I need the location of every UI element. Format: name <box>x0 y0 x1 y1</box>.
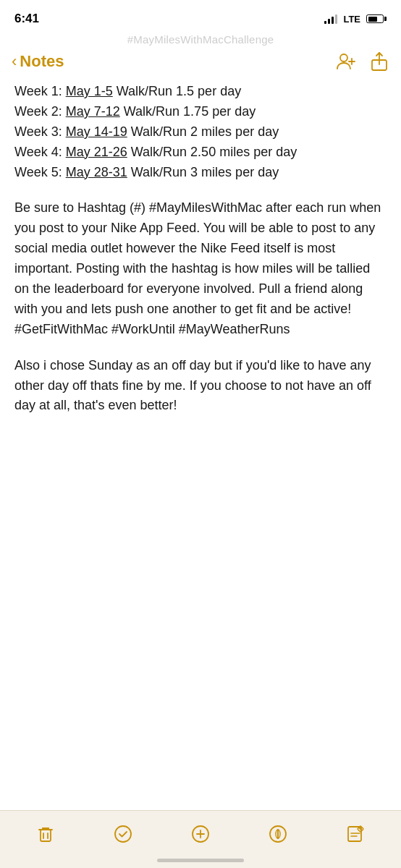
svg-point-8 <box>115 826 131 842</box>
svg-rect-15 <box>348 827 361 841</box>
off-day-paragraph: Also i chose Sunday as an off day but if… <box>14 356 387 417</box>
status-bar: 6:41 LTE <box>0 0 401 32</box>
home-indicator <box>157 859 244 862</box>
edit-note-button[interactable] <box>345 824 366 844</box>
share-icon <box>369 51 389 72</box>
pen-circle-icon <box>268 824 288 844</box>
week-4: Week 4: May 21-26 Walk/Run 2.50 miles pe… <box>14 142 387 163</box>
lte-label: LTE <box>343 14 360 25</box>
back-chevron-icon: ‹ <box>12 54 17 69</box>
status-time: 6:41 <box>14 12 39 26</box>
edit-note-icon <box>345 824 366 844</box>
add-button[interactable] <box>190 824 211 844</box>
week-3: Week 3: May 14-19 Walk/Run 2 miles per d… <box>14 122 387 142</box>
nav-actions <box>336 51 389 72</box>
watermark-text: #MayMilesWithMacChallenge <box>0 32 401 48</box>
status-icons: LTE <box>324 14 387 25</box>
back-button[interactable]: ‹ Notes <box>12 52 64 71</box>
trash-icon <box>35 824 56 844</box>
delete-button[interactable] <box>35 824 56 844</box>
svg-point-0 <box>340 54 347 61</box>
note-content: Week 1: May 1-5 Walk/Run 1.5 per day Wee… <box>0 77 401 481</box>
check-button[interactable] <box>113 824 133 844</box>
nav-title: Notes <box>20 52 64 71</box>
week-2: Week 2: May 7-12 Walk/Run 1.75 per day <box>14 102 387 122</box>
svg-rect-5 <box>41 830 51 841</box>
plus-circle-icon <box>190 824 211 844</box>
battery-icon <box>366 14 387 23</box>
check-circle-icon <box>113 824 133 844</box>
week-5: Week 5: May 28-31 Walk/Run 3 miles per d… <box>14 163 387 183</box>
week-1: Week 1: May 1-5 Walk/Run 1.5 per day <box>14 82 387 102</box>
share-button[interactable] <box>369 51 389 72</box>
signal-bars-icon <box>324 14 337 24</box>
pen-button[interactable] <box>268 824 288 844</box>
hashtag-paragraph: Be sure to Hashtag (#) #MayMilesWithMac … <box>14 198 387 339</box>
add-person-button[interactable] <box>336 51 356 72</box>
note-body: Week 1: May 1-5 Walk/Run 1.5 per day Wee… <box>14 82 387 416</box>
nav-bar: ‹ Notes <box>0 48 401 77</box>
person-add-icon <box>336 51 356 72</box>
